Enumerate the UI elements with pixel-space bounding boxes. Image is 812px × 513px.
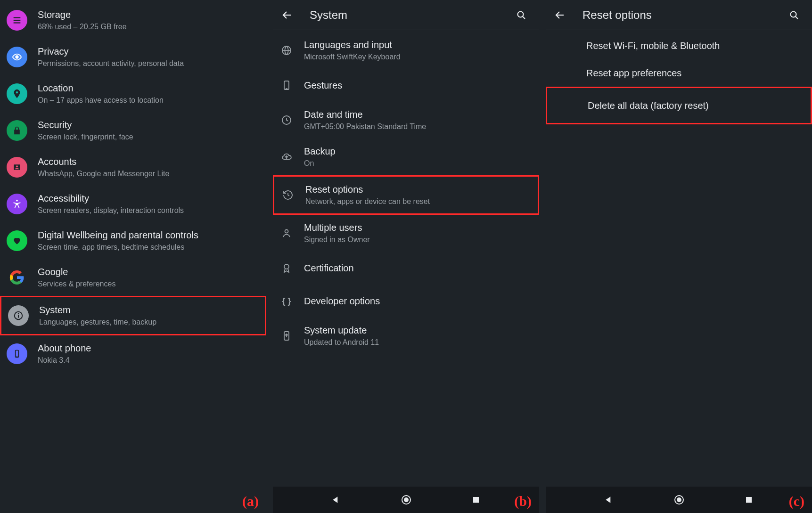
nav-back-button[interactable] xyxy=(329,493,343,507)
setting-storage[interactable]: Storage 68% used – 20.25 GB free xyxy=(0,2,266,39)
globe-icon xyxy=(279,43,294,57)
accessibility-icon xyxy=(7,194,27,214)
lock-icon xyxy=(7,120,27,141)
setting-wellbeing[interactable]: Digital Wellbeing and parental controls … xyxy=(0,222,266,259)
clock-icon xyxy=(279,113,294,127)
update-icon xyxy=(279,329,294,343)
about-title: About phone xyxy=(38,342,91,354)
nav-recents-button[interactable] xyxy=(469,493,483,507)
nav-back-button[interactable] xyxy=(602,493,616,507)
appbar-system: System xyxy=(273,0,539,30)
nav-bar xyxy=(273,487,539,513)
location-sub: On – 17 apps have access to location xyxy=(38,95,164,106)
search-button[interactable] xyxy=(784,5,804,25)
setting-about[interactable]: About phone Nokia 3.4 xyxy=(0,335,266,372)
reset-list: Reset Wi-Fi, mobile & Bluetooth Reset ap… xyxy=(546,30,812,124)
svg-point-22 xyxy=(284,264,289,269)
nav-home-button[interactable] xyxy=(672,493,686,507)
system-gestures[interactable]: Gestures xyxy=(273,69,539,102)
svg-point-5 xyxy=(16,165,18,167)
privacy-sub: Permissions, account activity, personal … xyxy=(38,58,184,69)
reset-sub: Network, apps or device can be reset xyxy=(305,196,430,207)
heart-icon xyxy=(7,230,27,251)
privacy-title: Privacy xyxy=(38,45,184,57)
factory-reset-option[interactable]: Delete all data (factory reset) xyxy=(546,87,812,124)
lang-sub: Microsoft SwiftKey Keyboard xyxy=(304,52,401,62)
svg-rect-32 xyxy=(746,497,752,503)
factory-title: Delete all data (factory reset) xyxy=(588,99,709,112)
svg-point-13 xyxy=(518,11,524,17)
svg-point-3 xyxy=(16,56,18,58)
nav-bar xyxy=(546,487,812,513)
phone-icon xyxy=(7,343,27,364)
sysupdate-title: System update xyxy=(304,324,379,336)
svg-point-6 xyxy=(16,200,18,202)
security-sub: Screen lock, fingerprint, face xyxy=(38,132,133,142)
svg-point-25 xyxy=(404,498,408,502)
devopts-title: Developer options xyxy=(304,295,380,307)
setting-privacy[interactable]: Privacy Permissions, account activity, p… xyxy=(0,39,266,75)
nav-recents-button[interactable] xyxy=(742,493,756,507)
backup-title: Backup xyxy=(304,145,336,157)
reset-app-prefs-option[interactable]: Reset app preferences xyxy=(546,59,812,87)
gestures-title: Gestures xyxy=(304,79,342,91)
resetapps-title: Reset app preferences xyxy=(586,67,681,79)
appbar-reset: Reset options xyxy=(546,0,812,30)
reset-title: Reset options xyxy=(305,183,430,195)
system-developer-options[interactable]: { } Developer options xyxy=(273,285,539,318)
svg-point-21 xyxy=(285,230,288,233)
lang-title: Languages and input xyxy=(304,39,401,51)
stage-label-b: (b) xyxy=(514,493,532,509)
person-icon xyxy=(279,226,294,240)
setting-system[interactable]: System Languages, gestures, time, backup xyxy=(0,296,266,335)
stage-label-c: (c) xyxy=(789,493,804,509)
nav-home-button[interactable] xyxy=(399,493,413,507)
wellbeing-sub: Screen time, app timers, bedtime schedul… xyxy=(38,242,198,252)
svg-rect-26 xyxy=(473,497,479,503)
security-title: Security xyxy=(38,119,133,131)
wellbeing-title: Digital Wellbeing and parental controls xyxy=(38,229,198,241)
multiusers-title: Multiple users xyxy=(304,221,370,234)
braces-icon: { } xyxy=(279,294,294,308)
accounts-icon xyxy=(7,157,27,178)
system-update[interactable]: System update Updated to Android 11 xyxy=(273,318,539,354)
datetime-title: Date and time xyxy=(304,108,426,121)
setting-accessibility[interactable]: Accessibility Screen readers, display, i… xyxy=(0,186,266,222)
restore-icon xyxy=(281,188,295,202)
appbar-title: Reset options xyxy=(582,8,784,22)
sysupdate-sub: Updated to Android 11 xyxy=(304,337,379,348)
setting-location[interactable]: Location On – 17 apps have access to loc… xyxy=(0,75,266,112)
system-certification[interactable]: Certification xyxy=(273,252,539,285)
accounts-sub: WhatsApp, Google and Messenger Lite xyxy=(38,169,169,179)
svg-point-31 xyxy=(677,498,681,502)
about-sub: Nokia 3.4 xyxy=(38,355,91,366)
system-backup[interactable]: Backup On xyxy=(273,138,539,175)
search-button[interactable] xyxy=(511,5,532,25)
gesture-icon xyxy=(279,78,294,92)
google-title: Google xyxy=(38,266,115,278)
setting-security[interactable]: Security Screen lock, fingerprint, face xyxy=(0,112,266,149)
svg-line-29 xyxy=(796,16,798,19)
panel-a-settings: Storage 68% used – 20.25 GB free Privacy… xyxy=(0,0,266,513)
resetnet-title: Reset Wi-Fi, mobile & Bluetooth xyxy=(586,40,720,52)
stage-label-a: (a) xyxy=(242,493,259,509)
svg-line-14 xyxy=(523,16,525,19)
system-reset-options[interactable]: Reset options Network, apps or device ca… xyxy=(273,175,539,215)
accounts-title: Accounts xyxy=(38,155,169,168)
google-sub: Services & preferences xyxy=(38,279,115,289)
storage-title: Storage xyxy=(38,8,127,21)
setting-accounts[interactable]: Accounts WhatsApp, Google and Messenger … xyxy=(0,149,266,186)
setting-google[interactable]: Google Services & preferences xyxy=(0,259,266,296)
back-button[interactable] xyxy=(277,5,297,25)
system-datetime[interactable]: Date and time GMT+05:00 Pakistan Standar… xyxy=(273,102,539,138)
system-sub: Languages, gestures, time, backup xyxy=(39,317,156,327)
back-button[interactable] xyxy=(550,5,570,25)
svg-point-9 xyxy=(18,313,19,314)
cert-title: Certification xyxy=(304,262,354,274)
system-multiple-users[interactable]: Multiple users Signed in as Owner xyxy=(273,215,539,252)
accessibility-title: Accessibility xyxy=(38,192,184,204)
reset-wifi-option[interactable]: Reset Wi-Fi, mobile & Bluetooth xyxy=(546,32,812,59)
backup-sub: On xyxy=(304,158,336,169)
system-languages[interactable]: Languages and input Microsoft SwiftKey K… xyxy=(273,32,539,69)
eye-icon xyxy=(7,47,27,67)
